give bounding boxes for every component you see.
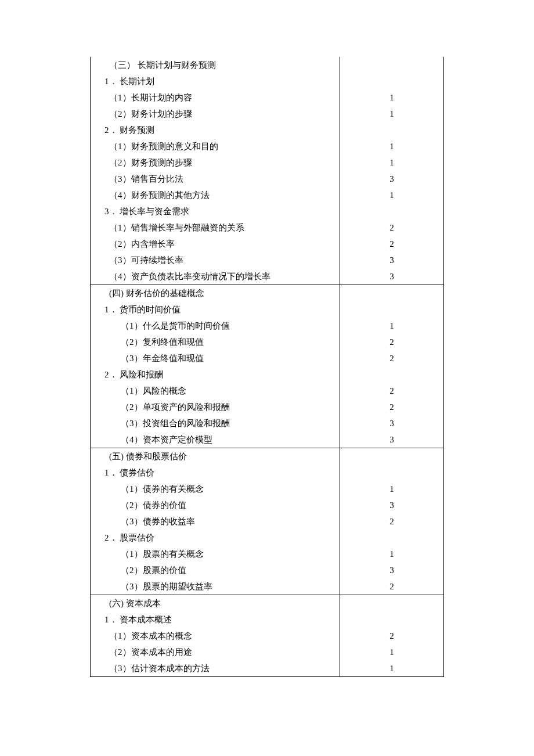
outline-number: 1 [340,644,443,660]
outline-number [340,448,443,465]
outline-topic: 2． 股票估价 [91,530,340,546]
outline-topic: （2）复利终值和现值 [91,334,340,350]
outline-topic: （3）年金终值和现值 [91,350,340,366]
outline-number [340,285,443,301]
outline-topic: 1． 资本成本概述 [91,611,340,628]
outline-topic: (四) 财务估价的基础概念 [91,285,340,301]
outline-topic: （1）财务预测的意义和目的 [91,138,340,154]
outline-number: 1 [340,106,443,122]
outline-number: 1 [340,318,443,334]
outline-number: 2 [340,383,443,399]
outline-topic: （2）单项资产的风险和报酬 [91,399,340,415]
document-page: （三） 长期计划与财务预测1． 长期计划（1）长期计划的内容1（2）财务计划的步… [0,0,534,756]
outline-number: 3 [340,171,443,187]
outline-table: （三） 长期计划与财务预测1． 长期计划（1）长期计划的内容1（2）财务计划的步… [90,57,444,677]
outline-topic: （1）销售增长率与外部融资的关系 [91,219,340,236]
outline-number [340,366,443,383]
outline-number [340,611,443,628]
outline-number: 3 [340,415,443,431]
outline-topic: （2）内含增长率 [91,236,340,252]
outline-number: 2 [340,513,443,530]
outline-topic: （4）财务预测的其他方法 [91,187,340,203]
outline-number [340,73,443,89]
outline-topic: 3． 增长率与资金需求 [91,203,340,219]
outline-number: 2 [340,334,443,350]
outline-number: 3 [340,497,443,513]
outline-topic: （1）风险的概念 [91,383,340,399]
outline-number: 1 [340,546,443,562]
outline-topic: （1）债券的有关概念 [91,481,340,497]
outline-topic: （1）股票的有关概念 [91,546,340,562]
outline-topic: （4）资产负债表比率变动情况下的增长率 [91,268,340,285]
outline-number [340,57,443,73]
outline-number: 1 [340,187,443,203]
outline-topic: （三） 长期计划与财务预测 [91,57,340,73]
outline-topic: （2）股票的价值 [91,562,340,578]
outline-topic: （1）长期计划的内容 [91,89,340,106]
outline-topic: （3）股票的期望收益率 [91,578,340,595]
outline-number [340,530,443,546]
outline-topic: 1． 长期计划 [91,73,340,89]
outline-topic: （1）什么是货币的时间价值 [91,318,340,334]
outline-number [340,595,443,611]
outline-number: 2 [340,219,443,236]
outline-number: 2 [340,628,443,644]
outline-number: 1 [340,660,443,676]
outline-number: 1 [340,481,443,497]
outline-topic: （3）估计资本成本的方法 [91,660,340,676]
outline-number [340,122,443,138]
outline-topic: (六) 资本成本 [91,595,340,611]
outline-topic: （3）可持续增长率 [91,252,340,268]
outline-number: 2 [340,350,443,366]
outline-number: 3 [340,431,443,448]
outline-topic: (五) 债券和股票估价 [91,448,340,465]
outline-number [340,465,443,481]
outline-number: 3 [340,268,443,285]
outline-number: 1 [340,89,443,106]
outline-number: 2 [340,236,443,252]
outline-number [340,301,443,318]
outline-topic: （2）财务计划的步骤 [91,106,340,122]
outline-topic: 1． 货币的时间价值 [91,301,340,318]
outline-number: 2 [340,578,443,595]
outline-topic: 2． 财务预测 [91,122,340,138]
outline-topic: （2）债券的价值 [91,497,340,513]
outline-topic: （1）资本成本的概念 [91,628,340,644]
outline-topic: （2）财务预测的步骤 [91,154,340,171]
outline-number: 3 [340,252,443,268]
outline-number: 2 [340,399,443,415]
outline-number: 1 [340,154,443,171]
outline-topic: 1． 债券估价 [91,465,340,481]
outline-topic: （3）投资组合的风险和报酬 [91,415,340,431]
outline-number: 3 [340,562,443,578]
outline-number: 1 [340,138,443,154]
outline-topic: （4）资本资产定价模型 [91,431,340,448]
outline-number [340,203,443,219]
outline-topic: 2． 风险和报酬 [91,366,340,383]
outline-topic: （2）资本成本的用途 [91,644,340,660]
outline-topic: （3）销售百分比法 [91,171,340,187]
outline-topic: （3）债券的收益率 [91,513,340,530]
